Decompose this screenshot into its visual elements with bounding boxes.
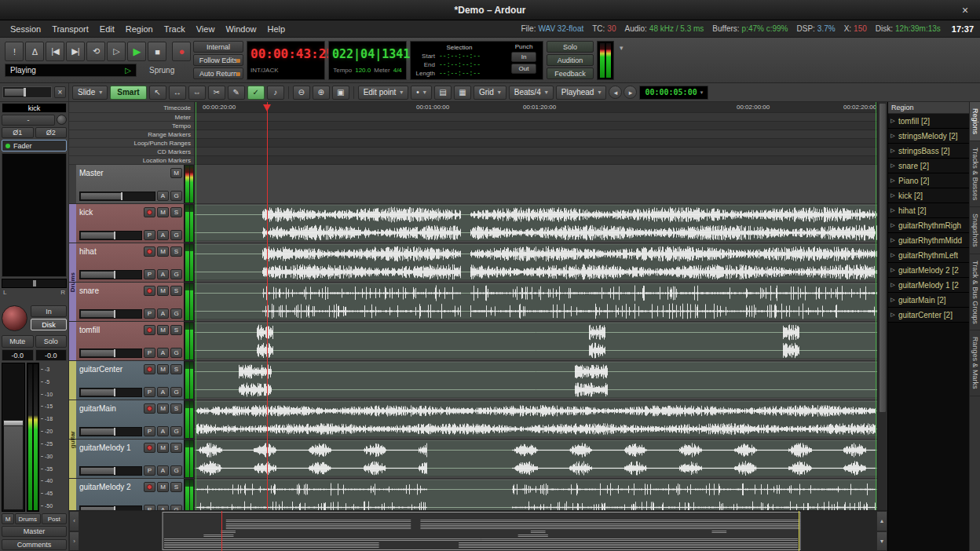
audition-button[interactable]: Audition xyxy=(547,54,594,66)
snare-g-button[interactable]: G xyxy=(170,308,182,319)
scrollbar-thumb[interactable] xyxy=(879,103,887,413)
record-enable-button[interactable] xyxy=(144,482,155,492)
snare-a-button[interactable]: A xyxy=(157,308,169,319)
tomfill-m-button[interactable]: M xyxy=(157,325,169,335)
track-gain-fader[interactable] xyxy=(79,231,142,240)
guitarmelody-2-p-button[interactable]: P xyxy=(144,505,155,510)
record-enable-button[interactable] xyxy=(144,403,155,414)
scroll-left-button[interactable]: ◂ xyxy=(609,86,622,99)
mute-button[interactable]: Mute xyxy=(2,335,34,348)
phase-invert-1-button[interactable]: Ø1 xyxy=(2,127,34,138)
tab-snapshots[interactable]: Snapshots xyxy=(970,207,980,254)
track-canvas[interactable]: 00:00:20:0000:01:00:0000:01:20:0000:02:0… xyxy=(195,102,877,510)
record-enable-button[interactable] xyxy=(144,207,155,217)
guitarmelody-1-a-button[interactable]: A xyxy=(157,465,169,476)
region-item-guitarrhythmrigh[interactable]: ▷guitarRhythmRigh xyxy=(888,218,969,233)
region-item-stringsbass-2[interactable]: ▷stringsBass [2] xyxy=(888,144,969,159)
ruler-location-markers[interactable] xyxy=(195,156,877,165)
guitarcenter-s-button[interactable]: S xyxy=(170,364,182,374)
track-gain-fader[interactable] xyxy=(79,466,142,476)
guitarmain-a-button[interactable]: A xyxy=(157,426,169,436)
guitarmelody-2-m-button[interactable]: M xyxy=(157,482,169,492)
note-length-dropdown[interactable]: • xyxy=(411,86,432,100)
hihat-g-button[interactable]: G xyxy=(170,269,182,279)
region-item-guitarrhythmmidd[interactable]: ▷guitarRhythmMidd xyxy=(888,233,969,248)
disclosure-icon[interactable]: ▷ xyxy=(890,162,896,169)
disclosure-icon[interactable]: ▷ xyxy=(890,237,896,243)
toolbar-chevron-icon[interactable]: ▾ xyxy=(620,44,623,52)
input-trim-button[interactable]: - xyxy=(2,115,55,126)
solo-button[interactable]: Solo xyxy=(35,335,68,348)
guitarcenter-g-button[interactable]: G xyxy=(170,387,182,397)
secondary-clock[interactable]: 022|04|1341 Tempo 120.0 Meter 4/4 xyxy=(328,41,407,80)
loop-button[interactable]: ⟲ xyxy=(86,42,105,61)
monitor-disk-button[interactable]: Disk xyxy=(31,319,67,330)
disclosure-icon[interactable]: ▷ xyxy=(890,133,896,139)
guitarcenter-p-button[interactable]: P xyxy=(144,387,155,397)
hihat-s-button[interactable]: S xyxy=(170,246,182,257)
goto-end-button[interactable]: ▶| xyxy=(66,42,85,61)
edit-point-dropdown[interactable]: Edit point xyxy=(358,86,409,100)
kick-g-button[interactable]: G xyxy=(170,230,182,240)
gain-display[interactable]: -0.0 xyxy=(2,349,34,361)
stretch-tool[interactable]: ⇔ xyxy=(188,86,206,100)
gain-fader[interactable] xyxy=(2,363,25,512)
guitarmelody-2-s-button[interactable]: S xyxy=(170,482,182,492)
summary-scroll-down-button[interactable]: ▾ xyxy=(876,531,887,551)
snare-s-button[interactable]: S xyxy=(170,286,182,296)
edit-mode-dropdown[interactable]: Slide xyxy=(72,86,108,100)
tomfill-g-button[interactable]: G xyxy=(170,348,182,358)
menu-window[interactable]: Window xyxy=(220,23,261,35)
midi-panic-button[interactable]: ! xyxy=(5,42,24,61)
track-gain-fader[interactable] xyxy=(79,309,142,319)
snap-grid-button[interactable]: ▦ xyxy=(454,86,471,100)
master-g-button[interactable]: G xyxy=(170,191,182,201)
track-header-hihat[interactable]: hihatMSPAG xyxy=(69,243,194,283)
guitarmain-p-button[interactable]: P xyxy=(144,426,155,436)
track-lane-snare[interactable] xyxy=(195,283,877,322)
menu-transport[interactable]: Transport xyxy=(46,23,94,35)
track-header-kick[interactable]: kickMSPAG xyxy=(69,204,194,243)
tomfill-a-button[interactable]: A xyxy=(157,348,169,358)
menu-region[interactable]: Region xyxy=(120,23,159,35)
track-lane-master[interactable] xyxy=(195,165,877,204)
disclosure-icon[interactable]: ▷ xyxy=(890,192,896,199)
guitarmelody-1-g-button[interactable]: G xyxy=(170,465,182,476)
ruler-meter[interactable] xyxy=(195,113,877,122)
grab-tool[interactable]: ↖ xyxy=(149,86,166,100)
tomfill-s-button[interactable]: S xyxy=(170,325,182,335)
kick-a-button[interactable]: A xyxy=(157,230,169,240)
kick-s-button[interactable]: S xyxy=(170,207,182,217)
hihat-p-button[interactable]: P xyxy=(144,269,155,279)
ruler-range-markers[interactable] xyxy=(195,130,877,139)
menu-help[interactable]: Help xyxy=(262,23,291,35)
tomfill-p-button[interactable]: P xyxy=(144,348,155,358)
disclosure-icon[interactable]: ▷ xyxy=(890,282,896,288)
tab-tracks-busses[interactable]: Tracks & Busses xyxy=(970,141,980,207)
track-gain-fader[interactable] xyxy=(79,192,155,201)
guitarmelody-1-p-button[interactable]: P xyxy=(144,465,155,476)
region-list-header[interactable]: Region xyxy=(888,102,969,114)
guitarmelody-2-a-button[interactable]: A xyxy=(157,505,169,510)
fader-mode-button[interactable]: Fader xyxy=(2,140,67,151)
audition-tool[interactable]: ♪ xyxy=(267,86,284,100)
track-lane-guitarmain[interactable] xyxy=(195,400,877,440)
kick-m-button[interactable]: M xyxy=(157,207,169,217)
summary-scroll-up-button[interactable]: ▴ xyxy=(876,511,887,531)
region-item-guitarmain-2[interactable]: ▷guitarMain [2] xyxy=(888,293,969,308)
menu-edit[interactable]: Edit xyxy=(94,23,120,35)
guitarcenter-m-button[interactable]: M xyxy=(157,364,169,374)
goto-start-button[interactable]: |◀ xyxy=(46,42,64,61)
track-gain-fader[interactable] xyxy=(79,388,142,397)
track-header-guitarmain[interactable]: guitarMainMSPAG xyxy=(69,400,194,440)
comments-button[interactable]: Comments xyxy=(2,539,67,550)
track-header-guitarcenter[interactable]: guitarCenterMSPAG xyxy=(69,361,194,400)
ruler-loop-punch-ranges[interactable] xyxy=(195,139,877,148)
record-enable-button[interactable] xyxy=(144,286,155,296)
peak-display[interactable]: -0.0 xyxy=(35,349,68,361)
record-enable-button[interactable] xyxy=(144,443,155,453)
record-enable-button[interactable] xyxy=(144,364,155,374)
master-a-button[interactable]: A xyxy=(157,191,169,201)
region-item-piano-2[interactable]: ▷Piano [2] xyxy=(888,173,969,188)
feedback-button[interactable]: Feedback xyxy=(547,68,594,79)
